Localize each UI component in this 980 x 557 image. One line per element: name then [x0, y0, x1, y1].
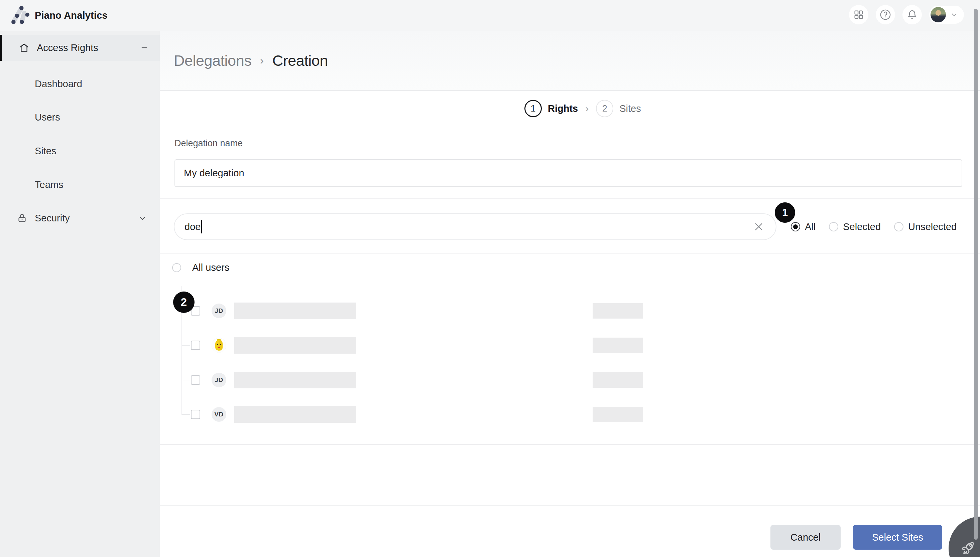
stepper: 1 Rights › 2 Sites	[524, 100, 641, 117]
select-sites-button[interactable]: Select Sites	[853, 525, 942, 550]
radio-selected-icon[interactable]	[791, 222, 800, 231]
user-avatar-initials: JD	[212, 303, 226, 318]
piano-analytics-logo-icon	[10, 6, 29, 25]
collapse-minus-icon[interactable]	[140, 43, 149, 52]
sidebar-item-label: Sites	[35, 146, 56, 156]
help-button[interactable]	[876, 5, 895, 24]
user-avatar-initials: VD	[212, 407, 226, 422]
user-menu[interactable]	[929, 6, 964, 24]
notifications-button[interactable]	[902, 5, 922, 24]
search-query-text: doe	[185, 221, 201, 233]
breadcrumb: Delegations › Creation	[174, 31, 328, 90]
filter-option-label: Selected	[843, 221, 881, 233]
sidebar-item-security[interactable]: Security	[0, 205, 160, 231]
sidebar-item-label: Access Rights	[37, 42, 98, 54]
tree-connector-stub	[181, 414, 190, 415]
apps-grid-icon	[854, 10, 864, 20]
radio-unselected-icon[interactable]	[894, 222, 903, 231]
filter-option-label: All	[805, 221, 815, 233]
step-2-label[interactable]: Sites	[619, 103, 641, 114]
top-strip	[0, 0, 980, 31]
filter-option-label: Unselected	[908, 221, 957, 233]
piano-analytics-app: Piano Analytics	[0, 0, 980, 557]
tree-connector-stub	[181, 379, 190, 380]
apps-grid-button[interactable]	[849, 5, 868, 24]
clear-search-icon[interactable]	[753, 221, 764, 233]
user-name-placeholder-bar	[234, 406, 356, 423]
sidebar-item-label: Teams	[35, 179, 63, 191]
brand-name: Piano Analytics	[35, 10, 108, 21]
radio-unselected-icon[interactable]	[829, 222, 838, 231]
user-avatar	[931, 7, 946, 22]
page-title: Creation	[273, 52, 328, 70]
delegation-name-input[interactable]	[175, 159, 962, 187]
help-icon	[880, 9, 891, 20]
filter-option-unselected[interactable]: Unselected	[894, 221, 957, 233]
filter-option-selected[interactable]: Selected	[829, 221, 881, 233]
sidebar-item-label: Dashboard	[35, 78, 82, 90]
sidebar-item-label: Users	[35, 112, 60, 123]
step-1-label[interactable]: Rights	[548, 103, 578, 114]
home-icon	[19, 42, 29, 53]
sidebar-item-users[interactable]: Users	[0, 104, 160, 130]
sidebar-item-teams[interactable]: Teams	[0, 172, 160, 198]
sidebar: Access Rights Dashboard Users Sites Team…	[0, 31, 160, 557]
cancel-button[interactable]: Cancel	[771, 525, 841, 550]
chevron-down-icon[interactable]	[138, 213, 147, 223]
annotation-badge-2: 2	[173, 292, 194, 313]
breadcrumb-parent[interactable]: Delegations	[174, 52, 252, 70]
filter-radio-group: All Selected Unselected	[791, 213, 957, 240]
lego-head-emoji-icon	[212, 338, 226, 353]
divider	[160, 254, 980, 254]
user-meta-placeholder-bar	[593, 407, 643, 422]
vertical-scrollbar[interactable]	[974, 9, 978, 540]
chevron-down-icon	[951, 11, 958, 18]
all-users-option[interactable]: All users	[172, 262, 229, 273]
tree-connector-stub	[181, 345, 190, 345]
radio-unselected-icon[interactable]	[172, 263, 181, 272]
stepper-separator: ›	[584, 103, 590, 114]
user-name-placeholder-bar	[234, 372, 356, 388]
breadcrumb-separator: ›	[260, 54, 264, 67]
user-meta-placeholder-bar	[593, 338, 643, 353]
bell-icon	[907, 9, 918, 20]
rocket-icon	[960, 541, 975, 556]
lock-icon	[17, 213, 28, 223]
sidebar-item-dashboard[interactable]: Dashboard	[0, 71, 160, 97]
filter-option-all[interactable]: All	[791, 221, 815, 233]
step-1-circle[interactable]: 1	[524, 100, 542, 117]
user-checkbox[interactable]	[191, 410, 200, 419]
user-meta-placeholder-bar	[593, 372, 643, 388]
user-avatar-initials: JD	[212, 373, 226, 388]
user-search-input[interactable]: doe	[174, 213, 776, 240]
brand-logo[interactable]: Piano Analytics	[10, 0, 108, 31]
text-cursor	[201, 220, 202, 233]
footer-bar: Cancel Select Sites	[160, 505, 980, 557]
all-users-label: All users	[192, 262, 229, 273]
divider	[160, 444, 980, 445]
user-avatar-lego-emoji	[212, 338, 226, 353]
step-2-circle[interactable]: 2	[596, 100, 613, 117]
annotation-badge-1: 1	[775, 202, 795, 223]
user-meta-placeholder-bar	[593, 303, 643, 319]
user-checkbox[interactable]	[191, 340, 200, 350]
topbar-actions	[849, 5, 964, 25]
user-name-placeholder-bar	[234, 337, 356, 353]
sidebar-item-label: Security	[35, 213, 70, 224]
sidebar-item-sites[interactable]: Sites	[0, 138, 160, 164]
user-name-placeholder-bar	[234, 303, 356, 319]
divider	[160, 199, 980, 199]
sidebar-item-access-rights[interactable]: Access Rights	[0, 35, 160, 61]
user-checkbox[interactable]	[191, 375, 200, 385]
delegation-name-label: Delegation name	[175, 138, 243, 148]
